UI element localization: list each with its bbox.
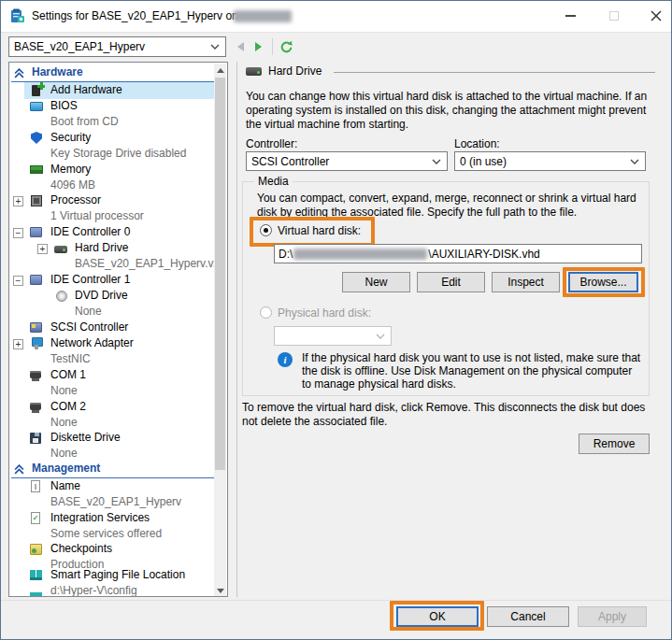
- sidebar-section-management[interactable]: Management: [32, 462, 100, 475]
- title-bar: Settings for BASE_v20_EAP1_Hyperv on: [1, 1, 671, 32]
- collapse-section-icon[interactable]: [14, 464, 24, 475]
- sidebar-item-memory[interactable]: Memory: [50, 163, 91, 176]
- sidebar-sub-security: Key Storage Drive disabled: [50, 147, 186, 160]
- sidebar-sub-hard-drive: BASE_v20_EAP1_Hyperv.v...: [75, 257, 222, 270]
- sidebar-sub-com-2: None: [50, 416, 78, 429]
- disk-path-suffix: \AUXILIARY-DISK.vhd: [428, 248, 539, 261]
- sidebar-item-com-1[interactable]: COM 1: [50, 368, 86, 381]
- sidebar-scrollbar[interactable]: [214, 64, 226, 597]
- collapse-icon[interactable]: −: [13, 276, 23, 286]
- sidebar-item-checkpoints[interactable]: Checkpoints: [50, 542, 112, 555]
- redacted-host-name: [234, 10, 292, 22]
- close-icon: [651, 10, 662, 21]
- remove-button[interactable]: Remove: [579, 434, 650, 454]
- ok-button[interactable]: OK: [396, 606, 479, 627]
- expand-icon[interactable]: +: [13, 196, 23, 206]
- hardware-tree: Hardware Add Hardware BIOS Boot from CD …: [8, 62, 228, 597]
- scsi-controller-icon: [30, 322, 42, 333]
- back-arrow-icon: [236, 41, 245, 52]
- sidebar-item-processor[interactable]: Processor: [50, 193, 101, 206]
- expand-icon[interactable]: +: [13, 339, 23, 349]
- browse-button[interactable]: Browse...: [568, 272, 638, 292]
- close-button[interactable]: [640, 1, 672, 31]
- scroll-down-icon: [217, 589, 224, 593]
- new-button[interactable]: New: [342, 272, 410, 292]
- sidebar-item-diskette-drive[interactable]: Diskette Drive: [50, 431, 121, 444]
- hard-drive-icon: [54, 246, 67, 253]
- controller-dropdown[interactable]: SCSI Controller: [246, 151, 448, 171]
- inspect-button[interactable]: Inspect: [492, 272, 560, 292]
- remove-text: To remove the virtual hard disk, click R…: [242, 401, 655, 429]
- sidebar-item-ide-controller-0[interactable]: IDE Controller 0: [50, 225, 130, 238]
- edit-button[interactable]: Edit: [417, 272, 485, 292]
- location-label: Location:: [454, 137, 500, 150]
- com-port-icon: [30, 403, 41, 410]
- dvd-drive-icon: [56, 291, 67, 302]
- sidebar-item-scsi-controller[interactable]: SCSI Controller: [50, 320, 128, 334]
- cancel-button[interactable]: Cancel: [487, 606, 569, 627]
- location-dropdown[interactable]: 0 (in use): [454, 151, 646, 171]
- ide-controller-icon: [30, 275, 42, 285]
- com-port-icon: [30, 371, 41, 378]
- sidebar-item-add-hardware[interactable]: Add Hardware: [50, 83, 122, 96]
- minimize-button[interactable]: [554, 1, 586, 31]
- expand-icon[interactable]: +: [37, 244, 48, 254]
- virtual-disk-radio[interactable]: [260, 224, 272, 236]
- ide-controller-icon: [30, 227, 42, 237]
- sidebar-item-com-2[interactable]: COM 2: [50, 400, 86, 413]
- sidebar-sub-integration-services: Some services offered: [50, 527, 162, 540]
- physical-disk-info-text: If the physical hard disk you want to us…: [302, 351, 642, 391]
- navigate-back-button: [232, 38, 249, 55]
- name-icon: [31, 480, 40, 492]
- minimize-icon: [565, 15, 576, 17]
- virtual-disk-label: Virtual hard disk:: [278, 224, 361, 237]
- sidebar-sub-network-adapter: TestNIC: [50, 352, 91, 365]
- forward-arrow-icon: [254, 41, 264, 52]
- sidebar-section-hardware[interactable]: Hardware: [32, 65, 83, 78]
- sidebar-sub-memory: 4096 MB: [50, 178, 95, 192]
- sidebar-item-security[interactable]: Security: [50, 131, 91, 144]
- settings-dialog: Settings for BASE_v20_EAP1_Hyperv on BAS…: [0, 0, 672, 640]
- chevron-down-icon: [376, 334, 385, 339]
- disk-path-input[interactable]: D:\ \AUXILIARY-DISK.vhd: [274, 244, 642, 263]
- scrollbar-thumb[interactable]: [215, 78, 225, 470]
- footer-divider: [1, 600, 671, 601]
- vm-selector-dropdown[interactable]: BASE_v20_EAP1_Hyperv: [8, 36, 226, 57]
- scroll-down-button[interactable]: [214, 584, 226, 597]
- toolbar-separator: [272, 38, 273, 55]
- sidebar-item-ide-controller-1[interactable]: IDE Controller 1: [50, 273, 130, 286]
- chevron-down-icon: [432, 159, 441, 164]
- sidebar-item-smart-paging[interactable]: Smart Paging File Location: [50, 568, 185, 581]
- add-hardware-icon: [32, 85, 40, 96]
- sidebar-sub-diskette-drive: None: [50, 447, 78, 460]
- toolbar: BASE_v20_EAP1_Hyperv: [1, 32, 671, 60]
- refresh-button[interactable]: [278, 38, 294, 55]
- sidebar-item-name[interactable]: Name: [50, 479, 80, 492]
- navigate-forward-button[interactable]: [250, 38, 267, 55]
- collapse-icon[interactable]: −: [13, 228, 23, 238]
- location-value: 0 (in use): [460, 155, 507, 168]
- controller-label: Controller:: [246, 137, 297, 150]
- sidebar-item-dvd-drive[interactable]: DVD Drive: [75, 289, 128, 302]
- section-rule: [334, 72, 655, 73]
- sidebar-item-integration-services[interactable]: Integration Services: [50, 511, 150, 524]
- maximize-button: [598, 1, 630, 31]
- sidebar-sub-name: BASE_v20_EAP1_Hyperv: [50, 495, 181, 508]
- media-description: You can compact, convert, expand, merge,…: [257, 192, 638, 220]
- sidebar-item-bios[interactable]: BIOS: [50, 99, 78, 112]
- sidebar-sub-bios: Boot from CD: [50, 115, 119, 128]
- sidebar-sub-smart-paging: d:\Hyper-V\config: [50, 584, 137, 597]
- window-title: Settings for BASE_v20_EAP1_Hyperv on: [32, 9, 238, 22]
- sidebar-item-hard-drive[interactable]: Hard Drive: [75, 241, 128, 254]
- media-group-label: Media: [254, 175, 293, 188]
- vm-selector-value: BASE_v20_EAP1_Hyperv: [14, 40, 145, 53]
- collapse-section-icon[interactable]: [14, 68, 24, 78]
- smart-paging-icon: [30, 570, 42, 580]
- scroll-up-button[interactable]: [214, 64, 226, 77]
- scroll-up-icon: [217, 68, 224, 73]
- security-icon: [31, 132, 42, 144]
- chevron-down-icon: [210, 44, 220, 50]
- memory-icon: [30, 165, 43, 174]
- sidebar-item-network-adapter[interactable]: Network Adapter: [50, 336, 134, 349]
- controller-value: SCSI Controller: [251, 155, 329, 168]
